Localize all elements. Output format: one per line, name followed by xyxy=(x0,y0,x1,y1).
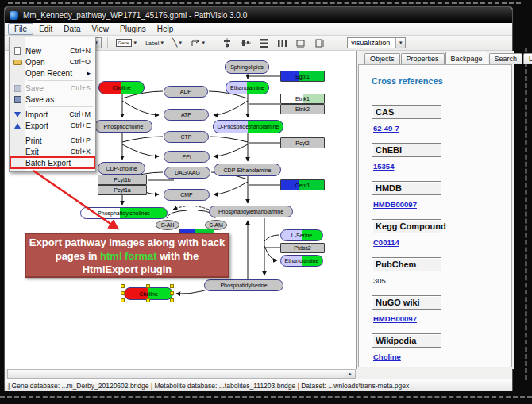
stack-vertical-button[interactable] xyxy=(256,37,272,49)
tab-backpage[interactable]: Backpage xyxy=(445,52,488,64)
add-gene-button[interactable]: Gene ▼ xyxy=(114,37,141,49)
xref-value-chebi[interactable]: 15354 xyxy=(373,162,511,171)
xref-header-cas: CAS xyxy=(372,105,441,119)
tab-search[interactable]: Search xyxy=(489,53,523,64)
frame-dashes-bottom xyxy=(0,396,532,398)
node-cdp-ethanolamine[interactable]: CDP-Ethanolamine xyxy=(214,164,281,176)
annotation-line1: Export pathway images along with back xyxy=(26,236,228,249)
menubar-item-file[interactable]: File xyxy=(8,23,33,35)
menubar-item-view[interactable]: View xyxy=(86,24,114,34)
menubar-item-edit[interactable]: Edit xyxy=(33,24,58,34)
selection-handle[interactable] xyxy=(170,298,174,302)
menu-item-open[interactable]: OpenCtrl+O xyxy=(10,56,94,67)
selection-handle[interactable] xyxy=(146,284,150,288)
menu-item-import[interactable]: ImportCtrl+M xyxy=(10,109,94,120)
node-o-phosphoethanolamine[interactable]: O-Phosphoethanolamine xyxy=(213,120,283,133)
gene-box-icon: Gene xyxy=(116,39,133,47)
tab-legend[interactable]: Legend xyxy=(523,53,532,64)
canvas-horizontal-scrollbar[interactable]: ► xyxy=(7,369,356,379)
node-phosphocholine[interactable]: Phosphocholine xyxy=(94,120,152,133)
node-phosphatidylcholines[interactable]: Phosphatidylcholines xyxy=(80,207,168,219)
xref-value-cas[interactable]: 62-49-7 xyxy=(373,124,511,133)
node-pcyt1a[interactable]: Pcyt1a xyxy=(98,185,147,195)
node-pcyt2[interactable]: Pcyt2 xyxy=(280,137,325,148)
node-etnk1[interactable]: Etnk1 xyxy=(280,94,325,104)
chevron-down-icon: ▼ xyxy=(178,40,183,45)
annotation-line2: pages in html format with the xyxy=(26,249,228,263)
app-icon xyxy=(10,11,18,20)
node-choline-top[interactable]: Choline xyxy=(98,81,145,94)
xref-value-wikipedia[interactable]: Choline xyxy=(373,352,511,361)
draw-line-button[interactable]: ╲ ▼ xyxy=(170,37,185,49)
menu-item-batch-export[interactable]: Batch Export xyxy=(10,157,94,168)
node-phosphatidylethanolamine[interactable]: Phosphatidylethanolamine xyxy=(209,206,293,217)
new-file-icon xyxy=(12,47,23,55)
xref-header-hmdb: HMDB xyxy=(372,181,441,195)
node-s-ah[interactable]: S-AH xyxy=(156,220,179,230)
stack-horizontal-button[interactable] xyxy=(275,37,290,49)
node-ethanolamine-top[interactable]: Ethanolamine xyxy=(226,81,269,94)
add-label-button[interactable]: Label ▼ xyxy=(143,37,167,49)
title-bar[interactable]: Mm_Kennedy_pathway_WP1771_45176.gpml - P… xyxy=(5,7,512,23)
menu-item-new[interactable]: NewCtrl+N xyxy=(10,45,94,56)
menubar-item-plugins[interactable]: Plugins xyxy=(114,24,152,34)
menu-shortcut: Ctrl+X xyxy=(66,148,91,156)
scrollbar-track[interactable] xyxy=(8,370,345,378)
node-etnk2[interactable]: Etnk2 xyxy=(280,104,325,114)
menu-item-save-as[interactable]: Save as xyxy=(10,94,94,105)
node-l-serine[interactable]: L-Serine xyxy=(280,229,323,241)
menu-item-print[interactable]: PrintCtrl+P xyxy=(10,135,94,146)
menu-item-open-recent[interactable]: Open Recent▸ xyxy=(10,67,94,79)
align-center-y-button[interactable] xyxy=(238,37,253,49)
node-ptdss2[interactable]: Ptdss2 xyxy=(280,243,325,253)
common-height-icon xyxy=(314,38,324,48)
common-width-button[interactable] xyxy=(293,37,308,49)
xref-header-wikipedia: Wikipedia xyxy=(372,333,441,348)
node-ethanolamine-2[interactable]: Ethanolamine xyxy=(280,255,323,267)
selection-handle[interactable] xyxy=(121,291,125,295)
draw-connector-button[interactable]: ▼ xyxy=(188,37,208,49)
node-cmp[interactable]: CMP xyxy=(164,189,210,201)
node-dag-aag[interactable]: DAG/AAG xyxy=(164,167,210,179)
node-sphingolipids[interactable]: Sphingolipids xyxy=(225,60,269,74)
selection-handle[interactable] xyxy=(121,284,125,288)
stack-vertical-icon xyxy=(259,38,269,48)
node-adp[interactable]: ADP xyxy=(164,86,208,98)
visualization-combobox[interactable]: visualization ▼ xyxy=(347,37,406,48)
tab-objects[interactable]: Objects xyxy=(364,53,400,64)
node-pcyt1b[interactable]: Pcyt1b xyxy=(98,175,147,185)
menu-item-export[interactable]: ExportCtrl+E xyxy=(10,120,94,131)
node-cept1[interactable]: Cept1 xyxy=(280,179,325,190)
node-cdp-choline[interactable]: CDP-choline xyxy=(98,162,145,175)
common-height-button[interactable] xyxy=(311,37,326,49)
selection-handle[interactable] xyxy=(121,298,125,302)
selection-handle[interactable] xyxy=(170,284,174,288)
open-folder-icon xyxy=(12,60,23,65)
xref-value-hmdb[interactable]: HMDB00097 xyxy=(373,200,511,209)
align-center-x-button[interactable] xyxy=(220,37,235,49)
pathvisio-window: Mm_Kennedy_pathway_WP1771_45176.gpml - P… xyxy=(4,6,513,391)
tab-properties[interactable]: Properties xyxy=(401,53,445,64)
annotation-highlight: html format xyxy=(100,250,157,262)
menu-shortcut: Ctrl+P xyxy=(66,137,91,144)
selection-handle[interactable] xyxy=(146,298,150,302)
align-center-y-icon xyxy=(241,38,251,48)
node-atp[interactable]: ATP xyxy=(164,109,209,121)
visualization-value: visualization xyxy=(351,39,395,47)
node-phosphatidylserine[interactable]: Phosphatidylserine xyxy=(204,279,283,291)
menubar-item-help[interactable]: Help xyxy=(152,24,179,34)
node-ctp[interactable]: CTP xyxy=(164,131,209,143)
scroll-right-icon[interactable]: ► xyxy=(345,370,355,378)
xref-value-kegg-compound[interactable]: C00114 xyxy=(373,238,511,247)
backpage-content: Cross references CAS62-49-7ChEBI15354HMD… xyxy=(358,64,512,367)
node-ppi[interactable]: PPi xyxy=(164,151,210,163)
selection-handle[interactable] xyxy=(170,291,174,295)
menu-shortcut: Ctrl+N xyxy=(65,47,91,55)
chevron-down-icon[interactable]: ▼ xyxy=(395,38,405,48)
node-sgpl1[interactable]: Sgpl1 xyxy=(280,71,325,82)
xref-value-nugo-wiki[interactable]: HMDB00097 xyxy=(373,314,511,323)
xref-header-chebi: ChEBI xyxy=(372,143,441,157)
menubar-item-data[interactable]: Data xyxy=(58,24,86,34)
menu-item-save[interactable]: SaveCtrl+S xyxy=(10,83,94,94)
menu-item-exit[interactable]: ExitCtrl+X xyxy=(10,146,94,157)
